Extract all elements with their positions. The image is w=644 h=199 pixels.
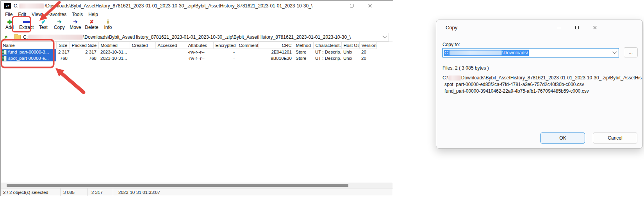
status-modified-timestamp: 2023-10-31 01:33:07	[113, 188, 393, 196]
address-bar[interactable]: C:\Downloads\Bybit_AssetHistory_8781621_…	[12, 33, 389, 41]
window-controls	[331, 3, 373, 8]
column-header-attributes[interactable]: Attributes	[186, 42, 213, 49]
redacted-user-folder	[28, 35, 83, 40]
cell-packed-size: 768	[70, 55, 98, 61]
extract-button[interactable]: Extract	[18, 18, 35, 30]
browse-button[interactable]: ...	[624, 47, 638, 57]
column-header-comment[interactable]: Comment	[237, 42, 259, 49]
menu-edit[interactable]: Edit	[15, 12, 29, 17]
cell-size: 768	[56, 55, 70, 61]
close-icon[interactable]	[592, 25, 598, 30]
horizontal-scrollbar[interactable]	[1, 183, 393, 188]
dialog-title: Copy	[446, 25, 457, 30]
status-selection-summary: 2 / 2 object(s) selected	[1, 188, 60, 196]
horizontal-scrollbar-thumb[interactable]	[7, 184, 348, 187]
cell-name[interactable]: fund_part-00000-3...	[1, 49, 56, 56]
cell-modified: 2023-10-31...	[98, 55, 130, 61]
cell-host-os: Unix	[341, 55, 359, 61]
minimize-icon[interactable]	[331, 3, 336, 8]
cell-comment	[237, 49, 259, 56]
cell-crc: 2E041201	[259, 49, 294, 56]
column-header-created[interactable]: Created	[130, 42, 155, 49]
cell-encrypted: -	[213, 49, 237, 56]
source-drive-prefix: C:\	[442, 75, 448, 81]
ok-button[interactable]: OK	[541, 133, 585, 143]
column-header-accessed[interactable]: Accessed	[155, 42, 186, 49]
dialog-titlebar: Copy	[436, 20, 642, 33]
delete-button[interactable]: Delete	[83, 18, 100, 30]
cell-encrypted: -	[213, 55, 237, 61]
cancel-button[interactable]: Cancel	[593, 133, 637, 143]
address-drive-prefix: C:	[23, 34, 28, 40]
destination-dropdown-chevron-icon[interactable]	[612, 50, 617, 54]
maximize-icon[interactable]	[349, 3, 354, 8]
cell-crc: 9B810E30	[259, 55, 294, 61]
menu-view[interactable]: View	[29, 12, 45, 17]
folder-icon	[14, 35, 21, 40]
menu-tools[interactable]: Tools	[69, 12, 86, 17]
column-header-size[interactable]: Size	[56, 42, 70, 49]
source-file-2: fund_part-00000-39410462-22a9-4b75-afb1-…	[442, 88, 642, 95]
menu-help[interactable]: Help	[86, 12, 101, 17]
screenshot-canvas: 7z C:\Downloads\Bybit_AssetHistory_87816…	[0, 0, 644, 199]
toolbar: Add Extract Test Copy Move Delete	[1, 18, 393, 33]
cell-accessed	[155, 49, 186, 56]
delete-label: Delete	[85, 25, 98, 30]
minimize-icon[interactable]	[557, 25, 562, 30]
cell-host-os: Unix	[341, 49, 359, 56]
address-path: C:\Downloads\Bybit_AssetHistory_8781621_…	[23, 34, 381, 40]
address-dropdown-chevron-icon[interactable]	[382, 34, 387, 38]
up-one-level-icon[interactable]	[3, 34, 9, 40]
cell-version: 20	[359, 55, 376, 61]
cell-attributes: -rw-r--r--	[186, 55, 213, 61]
file-row-spot[interactable]: spot_part-00000-e... 768 768 2023-10-31.…	[1, 55, 376, 61]
move-label: Move	[70, 25, 81, 30]
cell-characteristics: UT : Descrip...	[313, 49, 341, 56]
column-header-modified[interactable]: Modified	[98, 42, 130, 49]
address-bar-row: C:\Downloads\Bybit_AssetHistory_8781621_…	[1, 33, 393, 41]
column-header-method[interactable]: Method	[294, 42, 313, 49]
file-row-fund[interactable]: fund_part-00000-3... 2 317 2 317 2023-10…	[1, 49, 376, 56]
move-button[interactable]: Move	[67, 18, 83, 30]
cell-created	[130, 49, 155, 56]
cell-method: Store	[294, 49, 313, 56]
info-button[interactable]: Info	[100, 18, 116, 30]
copy-arrow-icon	[57, 18, 61, 25]
7zip-window: 7z C:\Downloads\Bybit_AssetHistory_87816…	[0, 0, 393, 196]
column-header-name[interactable]: Name	[1, 42, 56, 49]
cell-name[interactable]: spot_part-00000-e...	[1, 55, 56, 61]
column-header-encrypted[interactable]: Encrypted	[213, 42, 237, 49]
file-name: spot_part-00000-e...	[8, 56, 49, 61]
close-icon[interactable]	[367, 3, 373, 8]
menu-favorites[interactable]: Favorites	[45, 12, 69, 17]
column-header-packed-size[interactable]: Packed Size	[70, 42, 98, 49]
test-checkmark-icon	[41, 18, 45, 25]
cell-modified: 2023-10-31...	[98, 49, 130, 56]
delete-x-icon	[89, 18, 94, 25]
redacted-user-folder	[450, 50, 502, 55]
window-title: C:\Downloads\Bybit_AssetHistory_8781621_…	[14, 3, 326, 9]
maximize-icon[interactable]	[574, 25, 580, 30]
status-total-size: 3 085	[60, 188, 87, 196]
source-archive-path: C:\Downloads\Bybit_AssetHistory_8781621_…	[442, 75, 642, 81]
cell-version: 20	[359, 49, 376, 56]
test-button[interactable]: Test	[35, 18, 51, 30]
add-button[interactable]: Add	[2, 18, 18, 30]
destination-combobox[interactable]: C:\Downloads\	[442, 48, 619, 57]
cell-accessed	[155, 55, 186, 61]
cell-size: 2 317	[56, 49, 70, 56]
menu-file[interactable]: File	[2, 12, 15, 17]
column-header-version[interactable]: Version	[359, 42, 376, 49]
source-archive-path-text: Downloads\Bybit_AssetHistory_8781621_202…	[461, 75, 642, 81]
file-table: Name Size Packed Size Modified Created A…	[1, 42, 377, 61]
menu-bar: File Edit View Favorites Tools Help	[1, 11, 393, 18]
cell-method: Store	[294, 55, 313, 61]
column-header-host-os[interactable]: Host OS	[341, 42, 359, 49]
file-list: Name Size Packed Size Modified Created A…	[1, 41, 393, 188]
cell-comment	[237, 55, 259, 61]
copy-button[interactable]: Copy	[51, 18, 67, 30]
column-header-crc[interactable]: CRC	[259, 42, 294, 49]
cell-created	[130, 55, 155, 61]
destination-selected-text: C:\Downloads\	[444, 50, 529, 56]
column-header-characteristics[interactable]: Characterist...	[313, 42, 341, 49]
